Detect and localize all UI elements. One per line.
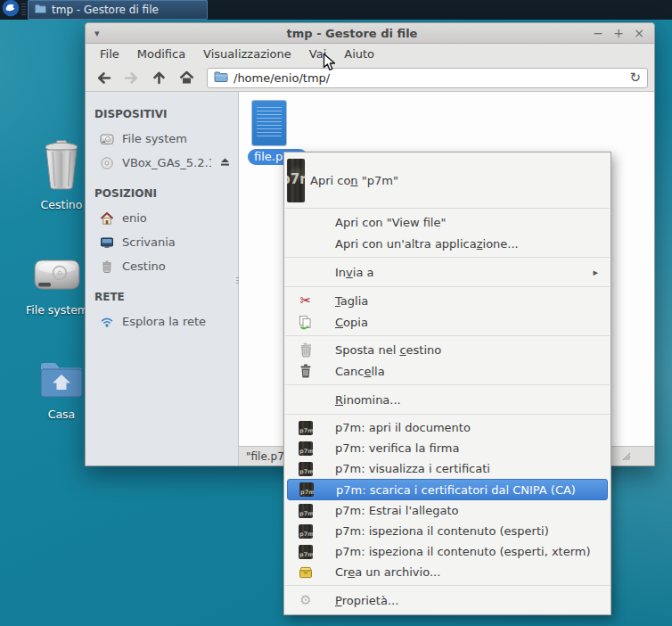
- menu-item-label: p7m: Estrai l'allegato: [335, 504, 458, 517]
- menu-separator: [285, 257, 610, 258]
- window-menu-icon[interactable]: ▾: [94, 28, 112, 39]
- sidebar-section-devices: DISPOSITIVI File system VBox_GAs_5.2.12: [86, 103, 238, 175]
- menu-separator: [285, 585, 610, 586]
- menu-item-label: Invia a: [335, 266, 373, 279]
- menu-item-label: p7m: visualizza i certificati: [335, 462, 490, 475]
- forward-button[interactable]: [119, 67, 143, 89]
- taskbar: tmp - Gestore di file: [0, 0, 672, 20]
- archive-icon: [297, 564, 315, 581]
- menu-visualizzazione[interactable]: Visualizzazione: [194, 45, 300, 62]
- menu-item-label: Rinomina...: [335, 393, 401, 407]
- back-button[interactable]: [91, 67, 116, 89]
- titlebar[interactable]: ▾ tmp - Gestore di file − + ×: [86, 23, 654, 44]
- p7m-icon: p7m: [299, 482, 314, 497]
- taskbar-window-label: tmp - Gestore di file: [52, 4, 159, 16]
- sidebar-item-vbox-cd[interactable]: VBox_GAs_5.2.12: [86, 151, 238, 175]
- p7m-icon: p7m: [299, 421, 313, 435]
- menu-item-label: Taglia: [335, 294, 368, 308]
- screen: { "colors": { "desktop_teal": "#15809c",…: [0, 0, 672, 626]
- trash-icon: [99, 259, 114, 274]
- path-bar[interactable]: /home/enio/tmp/ ↻: [207, 68, 648, 88]
- submenu-arrow-icon: ▸: [593, 267, 602, 278]
- maximize-button[interactable]: +: [612, 24, 625, 42]
- menu-item-open-with-p7m[interactable]: p7m Apri con "p7m": [284, 155, 611, 205]
- menu-item-p7m-open-document[interactable]: p7m p7m: apri il documento: [284, 417, 611, 438]
- scissors-icon: ✂: [297, 292, 315, 309]
- menu-item-label: Proprietà...: [335, 594, 398, 607]
- menu-item-p7m-verify-signature[interactable]: p7m p7m: verifica la firma: [284, 438, 611, 458]
- network-icon: [99, 314, 114, 329]
- hard-drive-icon: [32, 255, 82, 300]
- p7m-icon: p7m: [299, 545, 313, 559]
- menu-item-label: Cancella: [335, 365, 385, 378]
- menu-item-p7m-extract-attachment[interactable]: p7m p7m: Estrai l'allegato: [284, 500, 611, 521]
- menu-item-p7m-download-certifiers[interactable]: p7m p7m: scarica i certificatori dal CNI…: [287, 479, 608, 500]
- menu-file[interactable]: File: [91, 45, 128, 62]
- menu-item-open-with-view-file[interactable]: Apri con "View file": [284, 211, 611, 233]
- sidebar-item-file-system[interactable]: File system: [86, 127, 238, 151]
- trash-dark-icon: [297, 363, 315, 379]
- home-icon: [179, 70, 194, 85]
- home-button[interactable]: [174, 67, 199, 89]
- menu-item-p7m-inspect-experts-xterm[interactable]: p7m p7m: ispeziona il contenuto (esperti…: [284, 541, 611, 562]
- menu-aiuto[interactable]: Aiuto: [335, 45, 383, 62]
- refresh-icon[interactable]: ↻: [629, 71, 641, 85]
- menu-separator: [285, 335, 610, 336]
- menu-item-p7m-inspect-experts[interactable]: p7m p7m: ispeziona il contenuto (esperti…: [284, 521, 611, 541]
- back-arrow-icon: [96, 71, 111, 85]
- minimize-button[interactable]: −: [592, 24, 604, 42]
- menu-separator: [285, 208, 610, 209]
- menu-item-move-to-trash[interactable]: Sposta nel cestino: [284, 339, 611, 360]
- path-text[interactable]: /home/enio/tmp/: [234, 71, 624, 85]
- folder-icon: [214, 70, 228, 86]
- gear-icon: ⚙: [297, 592, 315, 608]
- menu-item-label: p7m: ispeziona il contenuto (esperti, xt…: [335, 545, 591, 558]
- sidebar-item-enio[interactable]: enio: [86, 206, 238, 230]
- menu-item-copy[interactable]: Copia: [284, 311, 611, 333]
- menu-item-label: Apri con un'altra applicazione...: [335, 237, 519, 251]
- menubar: File Modifica Visualizzazione Vai Aiuto: [86, 44, 654, 64]
- sidebar: DISPOSITIVI File system VBox_GAs_5.2.12: [86, 92, 238, 465]
- desktop-monitor-icon: [99, 235, 114, 250]
- copy-icon: [297, 314, 315, 330]
- menu-item-open-with-other[interactable]: Apri con un'altra applicazione...: [284, 233, 611, 254]
- close-button[interactable]: ×: [633, 24, 645, 42]
- menu-item-properties[interactable]: ⚙ Proprietà...: [284, 589, 611, 612]
- applications-menu-button[interactable]: [0, 0, 21, 20]
- desktop-icon-label: Casa: [48, 408, 76, 421]
- p7m-icon: p7m: [299, 462, 313, 476]
- menu-item-create-archive[interactable]: Crea un archivio...: [284, 562, 611, 582]
- sidebar-item-label: VBox_GAs_5.2.12: [122, 156, 211, 169]
- p7m-app-icon: p7m: [287, 159, 305, 202]
- sidebar-item-cestino[interactable]: Cestino: [86, 254, 238, 278]
- menu-item-p7m-view-certificates[interactable]: p7m p7m: visualizza i certificati: [284, 458, 611, 479]
- up-button[interactable]: [146, 67, 171, 89]
- menu-separator: [285, 286, 610, 287]
- eject-icon[interactable]: [219, 156, 231, 169]
- trash-light-icon: [297, 342, 315, 358]
- p7m-icon: p7m: [299, 441, 313, 456]
- menu-item-label: p7m: apri il documento: [335, 421, 471, 434]
- menu-item-delete[interactable]: Cancella: [284, 360, 611, 382]
- up-arrow-icon: [152, 70, 166, 85]
- menu-item-cut[interactable]: ✂ Taglia: [284, 290, 611, 311]
- sidebar-item-scrivania[interactable]: Scrivania: [86, 230, 238, 254]
- menu-modifica[interactable]: Modifica: [128, 45, 194, 62]
- menu-item-label: p7m: verifica la firma: [335, 441, 459, 455]
- desktop-icon-label: File system: [26, 303, 88, 317]
- file-thumbnail[interactable]: [252, 101, 286, 145]
- menu-item-label: Sposta nel cestino: [335, 343, 441, 357]
- window-title: tmp - Gestore di file: [112, 27, 592, 40]
- mouse-cursor-icon: [323, 53, 337, 76]
- trash-can-icon: [39, 139, 84, 194]
- sidebar-item-label: Cestino: [122, 259, 231, 273]
- menu-item-send-to[interactable]: Invia a ▸: [284, 260, 611, 284]
- menu-item-rename[interactable]: Rinomina...: [284, 388, 611, 411]
- menu-item-label: Apri con "p7m": [310, 174, 398, 187]
- sidebar-item-network[interactable]: Esplora la rete: [86, 309, 238, 334]
- home-folder-icon: [38, 358, 85, 404]
- sidebar-item-label: Esplora la rete: [122, 315, 231, 328]
- sidebar-header: DISPOSITIVI: [86, 103, 238, 127]
- taskbar-window-button[interactable]: tmp - Gestore di file: [28, 0, 208, 20]
- resize-grip-icon[interactable]: [622, 450, 631, 463]
